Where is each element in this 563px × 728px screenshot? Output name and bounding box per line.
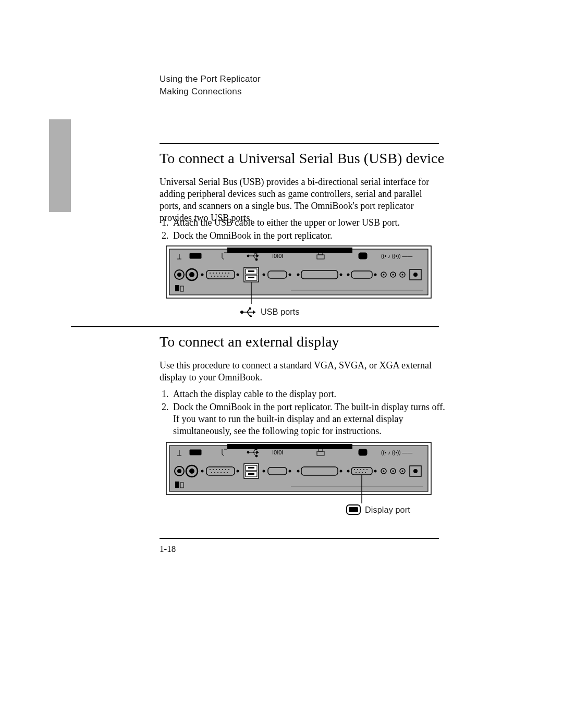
callout-display: Display port (365, 505, 410, 515)
svg-line-67 (247, 312, 250, 316)
page-number: 1-18 (160, 544, 176, 554)
rule (160, 538, 439, 539)
svg-point-115 (374, 470, 377, 473)
svg-point-20 (221, 276, 222, 277)
svg-point-119 (393, 471, 394, 472)
svg-point-31 (289, 274, 291, 276)
svg-point-81 (216, 469, 217, 470)
usb-icon (240, 307, 258, 319)
svg-point-68 (250, 315, 252, 317)
svg-point-104 (347, 470, 350, 473)
page: Using the Port Replicator Making Connect… (0, 0, 563, 728)
rule (160, 143, 439, 144)
svg-point-21 (224, 276, 225, 277)
svg-point-88 (217, 472, 218, 473)
svg-point-10 (210, 273, 211, 274)
svg-point-92 (237, 470, 239, 473)
svg-point-114 (365, 472, 366, 473)
svg-point-85 (228, 469, 229, 470)
side-tab (49, 119, 71, 212)
svg-point-87 (214, 472, 215, 473)
svg-text:I0I0I: I0I0I (272, 253, 283, 259)
port-replicator-diagram-display: I0I0I ((• ♪ ((•)) —— (166, 442, 432, 497)
svg-point-16 (228, 273, 229, 274)
section-title: Making Connections (160, 85, 261, 98)
svg-point-17 (211, 276, 212, 277)
svg-text:((•  ♪  ((•)) ——: ((• ♪ ((•)) —— (381, 253, 412, 259)
monitor-icon (346, 504, 361, 517)
svg-point-49 (247, 255, 249, 257)
svg-point-32 (297, 274, 300, 276)
svg-rect-66 (249, 307, 251, 310)
step: Dock the OmniBook in the port replicator… (171, 230, 447, 242)
svg-point-112 (359, 472, 360, 473)
svg-point-7 (189, 272, 194, 277)
svg-point-54 (255, 258, 258, 261)
svg-point-5 (177, 273, 181, 277)
svg-point-82 (219, 469, 220, 470)
svg-point-108 (360, 469, 361, 470)
svg-rect-142 (349, 507, 358, 512)
port-replicator-diagram-usb: I0I0I ((• ♪ ((•)) —— (166, 245, 432, 301)
svg-point-106 (354, 469, 355, 470)
rule (71, 326, 439, 327)
svg-point-77 (201, 470, 204, 473)
svg-point-84 (225, 469, 226, 470)
step: Attach the USB cable to either the upper… (171, 217, 447, 229)
svg-point-98 (263, 470, 265, 473)
svg-point-22 (227, 276, 228, 277)
step: Attach the display cable to the display … (171, 388, 447, 400)
svg-point-111 (356, 472, 357, 473)
svg-point-91 (227, 472, 228, 473)
svg-point-107 (357, 469, 358, 470)
svg-rect-27 (248, 270, 254, 272)
svg-rect-96 (248, 467, 254, 468)
svg-point-89 (221, 472, 222, 473)
intro-display: Use this procedure to connect a standard… (160, 360, 441, 384)
svg-point-121 (402, 471, 403, 472)
svg-point-29 (263, 274, 265, 276)
svg-point-12 (216, 273, 217, 274)
svg-point-45 (413, 273, 418, 277)
svg-point-76 (189, 468, 194, 474)
heading-usb: To connect a Universal Serial Bus (USB) … (160, 150, 444, 167)
svg-point-18 (214, 276, 215, 277)
svg-point-123 (413, 469, 418, 473)
heading-display: To connect an external display (160, 334, 339, 350)
running-head: Using the Port Replicator Making Connect… (160, 73, 261, 98)
chapter-title: Using the Port Replicator (160, 73, 261, 85)
svg-point-90 (224, 472, 225, 473)
callout-usb: USB ports (261, 307, 300, 317)
svg-rect-24 (244, 267, 259, 282)
svg-point-79 (210, 469, 211, 470)
svg-point-37 (374, 274, 377, 276)
svg-point-113 (362, 472, 363, 473)
steps-display: Attach the display cable to the display … (160, 388, 447, 438)
svg-point-41 (393, 274, 394, 276)
svg-point-14 (222, 273, 223, 274)
svg-rect-136 (359, 449, 367, 455)
svg-point-132 (255, 455, 258, 457)
svg-point-80 (213, 469, 214, 470)
svg-point-110 (366, 469, 368, 470)
svg-point-13 (219, 273, 220, 274)
svg-text:((•  ♪  ((•)) ——: ((• ♪ ((•)) —— (381, 450, 412, 455)
svg-point-19 (217, 276, 218, 277)
svg-text:I0I0I: I0I0I (272, 449, 283, 455)
svg-point-39 (383, 274, 385, 276)
svg-point-74 (177, 469, 181, 473)
svg-point-117 (383, 471, 385, 472)
svg-point-100 (289, 470, 291, 473)
steps-usb: Attach the USB cable to either the upper… (160, 217, 447, 243)
svg-point-11 (213, 273, 214, 274)
svg-rect-126 (190, 450, 201, 455)
svg-point-43 (402, 274, 403, 276)
svg-point-15 (225, 273, 226, 274)
svg-point-23 (237, 274, 239, 276)
svg-point-127 (247, 451, 249, 453)
svg-point-101 (297, 470, 300, 473)
svg-rect-28 (248, 277, 254, 278)
svg-point-109 (363, 469, 364, 470)
svg-rect-48 (190, 253, 201, 258)
svg-rect-58 (359, 253, 367, 259)
